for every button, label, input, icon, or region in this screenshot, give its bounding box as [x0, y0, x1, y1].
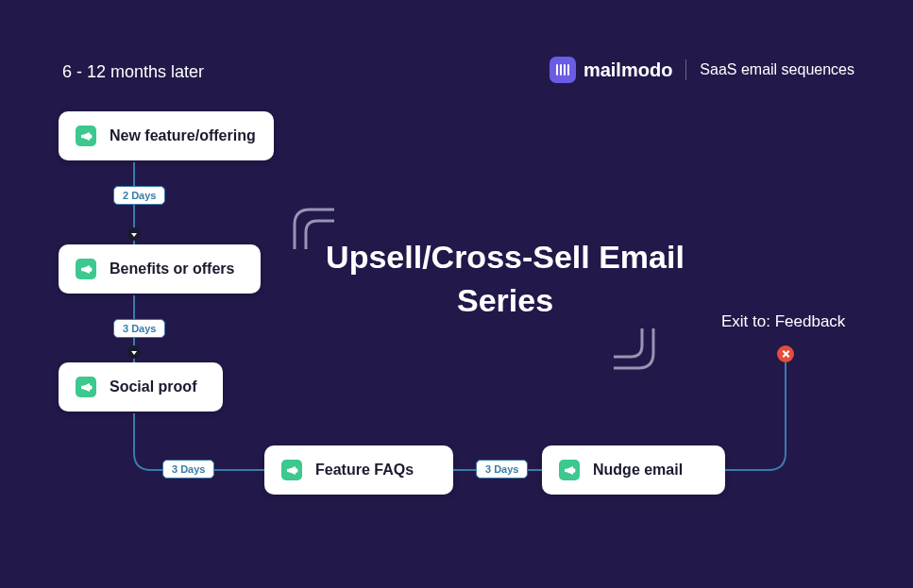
delay-badge: 3 Days [113, 319, 165, 338]
flow-connectors [0, 0, 913, 588]
delay-badge: 2 Days [113, 186, 165, 205]
delay-badge: 3 Days [162, 460, 214, 479]
arrow-down-icon [127, 227, 141, 241]
arrow-down-icon [127, 345, 141, 359]
delay-badge: 3 Days [476, 460, 528, 479]
